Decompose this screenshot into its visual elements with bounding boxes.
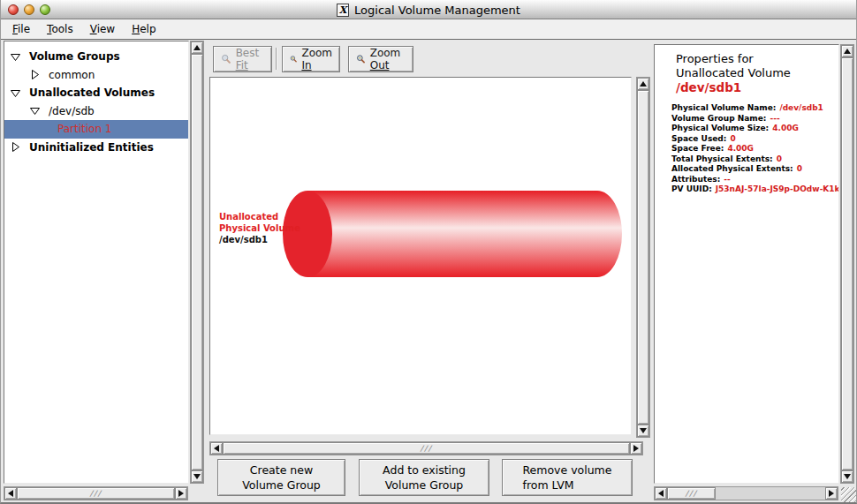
property-row: Physical Volume Size:4.00G: [671, 124, 838, 134]
tree-item-unallocated-volumes[interactable]: Unallocated Volumes: [4, 84, 188, 102]
volume-canvas: Unallocated Physical Volume /dev/sdb1: [209, 77, 632, 435]
tree-horizontal-scrollbar[interactable]: ///: [4, 486, 188, 500]
arrow-left-icon: [214, 445, 219, 452]
magnifier-icon: [221, 52, 231, 66]
physical-volume-cylinder[interactable]: [210, 78, 631, 434]
scroll-right-button[interactable]: [175, 487, 187, 500]
expander-open-icon[interactable]: [10, 87, 21, 99]
zoom-window-button[interactable]: [40, 4, 50, 15]
scrollbar-thumb[interactable]: ///: [667, 487, 716, 500]
volume-tree: Volume Groups common Unallocated Volumes…: [4, 41, 189, 484]
property-row: Physical Volume Name:/dev/sdb1: [671, 103, 838, 114]
titlebar: X Logical Volume Management: [1, 0, 856, 19]
toolbar-separator: [276, 48, 277, 70]
properties-panel: Properties for Unallocated Volume /dev/s…: [654, 44, 839, 484]
window-title: Logical Volume Management: [354, 4, 520, 17]
remove-volume-button[interactable]: Remove volumefrom LVM: [502, 459, 633, 496]
scrollbar-thumb[interactable]: ///: [223, 442, 630, 455]
scroll-right-button[interactable]: [825, 487, 838, 500]
property-row: Space Free:4.00G: [671, 144, 838, 154]
scroll-down-button[interactable]: [841, 470, 853, 483]
canvas-horizontal-scrollbar[interactable]: ///: [209, 441, 643, 455]
scroll-left-button[interactable]: [655, 487, 667, 500]
zoom-out-button[interactable]: Zoom Out: [348, 46, 413, 72]
close-button[interactable]: [8, 4, 19, 15]
grip-icon: ///: [421, 445, 433, 453]
menu-help[interactable]: Help: [124, 20, 164, 38]
tree-item-common[interactable]: common: [4, 66, 188, 85]
property-row: Total Physical Extents:0: [671, 154, 838, 165]
menu-file[interactable]: File: [4, 20, 39, 38]
arrow-right-icon: [829, 490, 834, 497]
scrollbar-track[interactable]: [716, 487, 825, 500]
scrollbar-thumb[interactable]: ///: [17, 487, 175, 500]
scroll-left-button[interactable]: [4, 487, 17, 500]
properties-subtitle: Unallocated Volume: [676, 66, 838, 80]
properties-title: Properties for: [676, 52, 838, 66]
menubar: File Tools View Help: [1, 19, 856, 40]
arrow-down-icon: [844, 474, 851, 479]
best-fit-button[interactable]: Best Fit: [213, 46, 272, 72]
expander-closed-icon[interactable]: [29, 69, 41, 80]
lvm-window: X Logical Volume Management File Tools V…: [0, 0, 857, 504]
zoom-in-button[interactable]: Zoom In: [282, 46, 340, 72]
tree-item-volume-groups[interactable]: Volume Groups: [4, 48, 188, 66]
tree-vertical-scrollbar[interactable]: [190, 41, 204, 484]
arrow-right-icon: [633, 445, 639, 452]
arrow-down-icon: [193, 474, 201, 479]
scroll-right-button[interactable]: [630, 442, 642, 455]
arrow-down-icon: [640, 428, 647, 433]
scroll-up-button[interactable]: [637, 78, 649, 90]
property-row: PV UUID:J53nAJ-57la-JS9p-DOdw-K1kS-gIWc-…: [671, 184, 838, 195]
arrow-right-icon: [178, 490, 184, 497]
arrow-left-icon: [658, 490, 664, 497]
scroll-down-button[interactable]: [637, 425, 649, 437]
property-row: Attributes:--: [671, 175, 838, 185]
tree-item-partition-1[interactable]: Partition 1: [4, 120, 188, 139]
tree-item-dev-sdb[interactable]: /dev/sdb: [4, 102, 188, 121]
resize-grip[interactable]: [841, 487, 856, 502]
x11-app-icon: X: [337, 4, 349, 17]
add-to-volume-group-button[interactable]: Add to existingVolume Group: [359, 459, 489, 496]
scroll-down-button[interactable]: [191, 470, 203, 483]
scrollbar-thumb[interactable]: [191, 54, 203, 470]
scrollbar-thumb[interactable]: [637, 90, 649, 425]
magnifier-plus-icon: [290, 52, 297, 66]
scrollbar-thumb[interactable]: [841, 57, 853, 470]
expander-closed-icon[interactable]: [10, 141, 21, 153]
scroll-up-button[interactable]: [191, 41, 203, 54]
properties-device: /dev/sdb1: [676, 80, 838, 95]
arrow-up-icon: [844, 49, 851, 54]
create-volume-group-button[interactable]: Create newVolume Group: [217, 459, 345, 496]
cylinder-label: Unallocated Physical Volume /dev/sdb1: [219, 211, 300, 245]
properties-horizontal-scrollbar[interactable]: ///: [654, 486, 838, 500]
property-row: Allocated Physical Extents:0: [671, 164, 838, 175]
scroll-left-button[interactable]: [210, 442, 223, 455]
arrow-up-icon: [193, 45, 201, 50]
tree-item-uninitialized-entities[interactable]: Uninitialized Entities: [4, 139, 188, 157]
arrow-left-icon: [8, 490, 13, 497]
property-row: Volume Group Name:---: [671, 114, 838, 124]
magnifier-minus-icon: [356, 52, 366, 66]
grip-icon: ///: [686, 490, 698, 498]
scroll-up-button[interactable]: [841, 45, 853, 57]
grip-icon: ///: [90, 490, 102, 498]
properties-vertical-scrollbar[interactable]: [840, 44, 854, 484]
arrow-up-icon: [640, 81, 647, 87]
minimize-button[interactable]: [24, 4, 34, 15]
property-row: Space Used:0: [671, 134, 838, 145]
expander-open-icon[interactable]: [29, 105, 41, 117]
expander-open-icon[interactable]: [10, 51, 21, 63]
menu-view[interactable]: View: [82, 20, 124, 38]
menu-tools[interactable]: Tools: [39, 20, 82, 38]
canvas-vertical-scrollbar[interactable]: [636, 77, 650, 438]
